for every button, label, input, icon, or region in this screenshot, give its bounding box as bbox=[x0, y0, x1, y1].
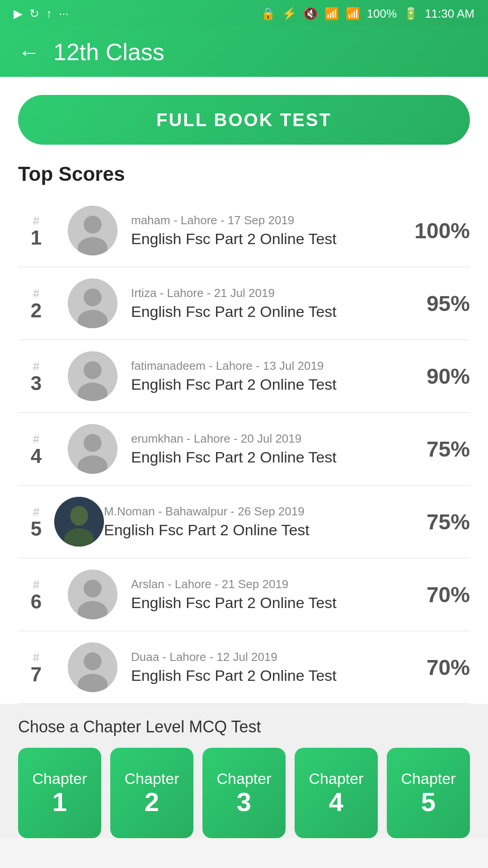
more-icon: ··· bbox=[59, 7, 69, 21]
score-row-7[interactable]: # 7 Duaa - Lahore - 12 Jul 2019 English … bbox=[18, 631, 470, 704]
score-info-4: erumkhan - Lahore - 20 Jul 2019 English … bbox=[131, 432, 411, 466]
score-test-name-1: English Fsc Part 2 Online Test bbox=[131, 230, 411, 248]
score-test-name-3: English Fsc Part 2 Online Test bbox=[131, 376, 411, 393]
score-percent-1: 100% bbox=[411, 218, 470, 243]
status-right-icons: 🔒 ⚡ 🔇 📶 📶 100% 🔋 11:30 AM bbox=[261, 7, 474, 21]
status-bar: ▶ ↻ ↑ ··· 🔒 ⚡ 🔇 📶 📶 100% 🔋 11:30 AM bbox=[0, 0, 488, 27]
rank-3: # 3 bbox=[18, 359, 54, 393]
chapter-label-1: Chapter bbox=[33, 770, 87, 788]
svg-point-16 bbox=[84, 580, 102, 598]
svg-point-1 bbox=[84, 216, 102, 234]
main-content: FULL BOOK TEST Top Scores # 1 maham - La… bbox=[0, 77, 488, 704]
chapter-label-5: Chapter bbox=[401, 770, 456, 788]
signal-icon: 📶 bbox=[346, 7, 360, 21]
time-label: 11:30 AM bbox=[425, 7, 474, 21]
score-test-name-7: English Fsc Part 2 Online Test bbox=[131, 667, 411, 684]
lock-icon: 🔒 bbox=[261, 7, 275, 21]
play-icon: ▶ bbox=[14, 7, 23, 21]
full-book-test-button[interactable]: FULL BOOK TEST bbox=[18, 95, 470, 145]
svg-point-19 bbox=[84, 652, 102, 670]
page-title: 12th Class bbox=[53, 38, 164, 66]
chapter-buttons-row: Chapter 1 Chapter 2 Chapter 3 Chapter 4 … bbox=[18, 748, 470, 838]
battery-label: 100% bbox=[367, 7, 397, 21]
score-meta-5: M.Noman - Bahawalpur - 26 Sep 2019 bbox=[104, 505, 411, 519]
score-info-6: Arslan - Lahore - 21 Sep 2019 English Fs… bbox=[131, 577, 411, 612]
score-percent-7: 70% bbox=[411, 655, 470, 680]
score-test-name-6: English Fsc Part 2 Online Test bbox=[131, 594, 411, 612]
choose-chapter-title: Chose a Chapter Level MCQ Test bbox=[18, 717, 470, 736]
svg-point-4 bbox=[84, 288, 102, 307]
score-info-3: fatimanadeem - Lahore - 13 Jul 2019 Engl… bbox=[131, 359, 411, 393]
score-test-name-5: English Fsc Part 2 Online Test bbox=[104, 521, 411, 539]
chapter-number-1: 1 bbox=[52, 788, 67, 816]
score-row-1[interactable]: # 1 maham - Lahore - 17 Sep 2019 English… bbox=[18, 194, 470, 267]
rank-7: # 7 bbox=[18, 651, 54, 684]
scores-list: # 1 maham - Lahore - 17 Sep 2019 English… bbox=[18, 194, 470, 704]
score-meta-6: Arslan - Lahore - 21 Sep 2019 bbox=[131, 577, 411, 591]
sync-icon: ↻ bbox=[29, 7, 39, 21]
avatar-3 bbox=[68, 351, 117, 401]
bluetooth-icon: ⚡ bbox=[282, 7, 296, 21]
svg-point-10 bbox=[84, 434, 102, 452]
rank-5: # 5 bbox=[18, 505, 54, 539]
score-row-2[interactable]: # 2 Irtiza - Lahore - 21 Jul 2019 Englis… bbox=[18, 267, 470, 340]
score-row-6[interactable]: # 6 Arslan - Lahore - 21 Sep 2019 Englis… bbox=[18, 558, 470, 631]
score-percent-4: 75% bbox=[411, 437, 470, 462]
score-info-5: M.Noman - Bahawalpur - 26 Sep 2019 Engli… bbox=[104, 505, 411, 539]
score-meta-7: Duaa - Lahore - 12 Jul 2019 bbox=[131, 650, 411, 664]
chapter-label-4: Chapter bbox=[309, 770, 364, 788]
chapter-number-3: 3 bbox=[237, 788, 251, 816]
avatar-6 bbox=[68, 570, 117, 619]
score-meta-4: erumkhan - Lahore - 20 Jul 2019 bbox=[131, 432, 411, 446]
score-info-2: Irtiza - Lahore - 21 Jul 2019 English Fs… bbox=[131, 286, 411, 321]
score-test-name-4: English Fsc Part 2 Online Test bbox=[131, 448, 411, 466]
status-left-icons: ▶ ↻ ↑ ··· bbox=[14, 7, 69, 21]
score-info-7: Duaa - Lahore - 12 Jul 2019 English Fsc … bbox=[131, 650, 411, 684]
score-test-name-2: English Fsc Part 2 Online Test bbox=[131, 303, 411, 321]
chapter-number-5: 5 bbox=[421, 788, 436, 816]
chapter-5-button[interactable]: Chapter 5 bbox=[387, 748, 470, 838]
wifi-icon: 📶 bbox=[324, 7, 339, 21]
chapter-section: Chose a Chapter Level MCQ Test Chapter 1… bbox=[0, 704, 488, 838]
avatar-7 bbox=[68, 642, 117, 692]
chapter-1-button[interactable]: Chapter 1 bbox=[18, 748, 101, 838]
score-percent-3: 90% bbox=[411, 364, 470, 389]
score-row-5[interactable]: # 5 M.Noman - Bahawalpur - 26 Sep 2019 E… bbox=[18, 486, 470, 558]
chapter-number-2: 2 bbox=[145, 788, 159, 816]
chapter-3-button[interactable]: Chapter 3 bbox=[202, 748, 286, 838]
back-button[interactable]: ← bbox=[18, 40, 40, 65]
rank-6: # 6 bbox=[18, 578, 54, 612]
upload-icon: ↑ bbox=[46, 7, 52, 21]
chapter-2-button[interactable]: Chapter 2 bbox=[110, 748, 193, 838]
score-percent-6: 70% bbox=[411, 582, 470, 607]
score-row-3[interactable]: # 3 fatimanadeem - Lahore - 13 Jul 2019 … bbox=[18, 340, 470, 413]
svg-point-7 bbox=[84, 361, 102, 379]
chapter-4-button[interactable]: Chapter 4 bbox=[295, 748, 378, 838]
battery-icon: 🔋 bbox=[404, 7, 418, 21]
avatar-2 bbox=[68, 278, 117, 328]
rank-1: # 1 bbox=[18, 214, 54, 248]
score-meta-2: Irtiza - Lahore - 21 Jul 2019 bbox=[131, 286, 411, 300]
svg-point-13 bbox=[70, 506, 88, 526]
rank-4: # 4 bbox=[18, 432, 54, 466]
score-row-4[interactable]: # 4 erumkhan - Lahore - 20 Jul 2019 Engl… bbox=[18, 413, 470, 486]
chapter-label-3: Chapter bbox=[217, 770, 272, 788]
score-info-1: maham - Lahore - 17 Sep 2019 English Fsc… bbox=[131, 213, 411, 248]
avatar-4 bbox=[68, 424, 117, 474]
score-meta-3: fatimanadeem - Lahore - 13 Jul 2019 bbox=[131, 359, 411, 373]
score-percent-2: 95% bbox=[411, 291, 470, 316]
avatar-1 bbox=[68, 206, 117, 255]
chapter-label-2: Chapter bbox=[125, 770, 179, 788]
score-percent-5: 75% bbox=[411, 509, 470, 534]
chapter-number-4: 4 bbox=[329, 788, 343, 816]
score-meta-1: maham - Lahore - 17 Sep 2019 bbox=[131, 213, 411, 227]
app-header: ← 12th Class bbox=[0, 27, 488, 77]
top-scores-title: Top Scores bbox=[18, 163, 470, 185]
mute-icon: 🔇 bbox=[303, 7, 318, 21]
rank-2: # 2 bbox=[18, 287, 54, 321]
